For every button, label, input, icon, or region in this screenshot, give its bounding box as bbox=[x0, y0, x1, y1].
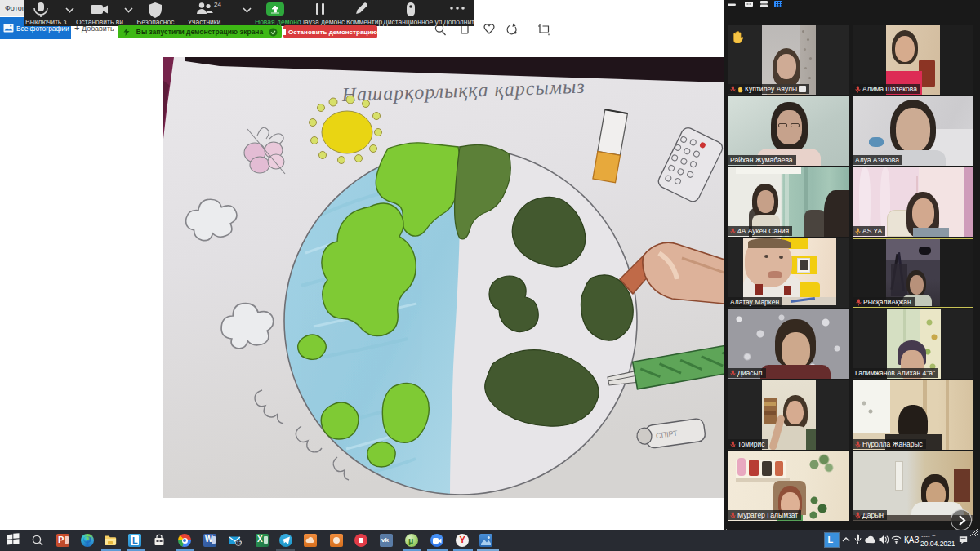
svg-text:24: 24 bbox=[214, 1, 221, 8]
